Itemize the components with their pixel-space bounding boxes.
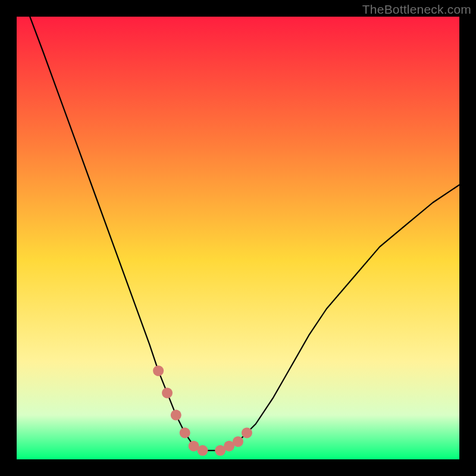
- watermark-text: TheBottleneck.com: [362, 2, 471, 17]
- marker-dot: [153, 365, 164, 376]
- marker-dot: [171, 410, 181, 421]
- marker-dot: [162, 387, 173, 398]
- marker-dot: [180, 427, 190, 438]
- bottleneck-curve-chart: [17, 17, 459, 459]
- marker-dot: [198, 445, 208, 456]
- chart-frame: [17, 17, 459, 459]
- gradient-background: [17, 17, 459, 459]
- marker-dot: [242, 427, 252, 438]
- marker-dot: [233, 436, 243, 447]
